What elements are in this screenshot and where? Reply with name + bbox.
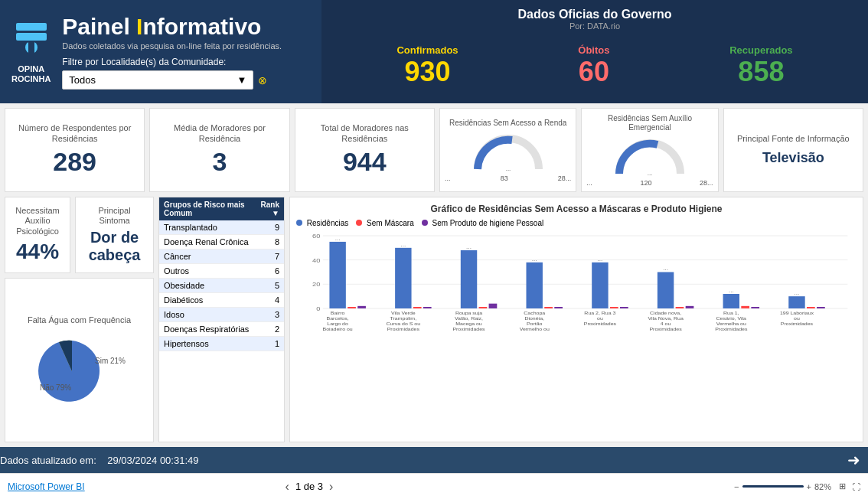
pie-card: Falta Água com Frequência Sim 21% Não 79… xyxy=(5,278,154,442)
deaths-label: Óbitos xyxy=(578,44,609,56)
nav-next-button[interactable]: › xyxy=(329,480,333,494)
legend-dot-mascara xyxy=(356,220,362,226)
psycho-symptom-row: Necessitam Auxílio Psicológico 44% Princ… xyxy=(5,197,154,273)
gov-panel: Dados Oficias do Governo Por: DATA.rio C… xyxy=(321,0,868,103)
risk-rank-cell: 9 xyxy=(256,220,284,235)
risk-group-cell: Câncer xyxy=(159,250,256,264)
svg-text:Vila VerdeTrampolim,Curva do S: Vila VerdeTrampolim,Curva do S ouProximi… xyxy=(387,310,421,331)
stat-moradores-value: 3 xyxy=(213,147,227,177)
svg-rect-30 xyxy=(544,307,553,308)
svg-rect-26 xyxy=(489,304,498,308)
gauge-auxilio-val1: 120 xyxy=(640,179,651,187)
nav-prev-button[interactable]: ‹ xyxy=(286,480,289,494)
svg-text:Cidade nova,Vila Nova, Rua4 ou: Cidade nova,Vila Nova, Rua4 ouProximidad… xyxy=(648,310,684,331)
svg-rect-14 xyxy=(329,242,345,308)
filter-row: Todos ▼ ⊗ xyxy=(62,70,310,90)
content-area: Número de Respondentes por Residências 2… xyxy=(0,103,868,447)
header-text: Painel Informativo Dados coletados via p… xyxy=(62,14,310,90)
psycho-value: 44% xyxy=(16,240,59,264)
stat-moradores: Média de Moradores por Residência 3 xyxy=(149,108,289,192)
chevron-down-icon: ▼ xyxy=(237,74,246,86)
confirmed-value: 930 xyxy=(396,56,458,88)
stat-total-moradores-value: 944 xyxy=(343,147,387,177)
svg-rect-45 xyxy=(741,306,749,308)
zoom-slider[interactable] xyxy=(742,485,804,488)
page-current: 1 xyxy=(295,481,301,492)
psycho-card: Necessitam Auxílio Psicológico 44% xyxy=(5,197,70,273)
svg-rect-29 xyxy=(526,263,542,308)
bar-chart-svg: 0204060...BairroBarcelos,Largo doBoiadei… xyxy=(296,232,857,347)
risk-table-body: Transplantado9Doença Renal Crônica8Cânce… xyxy=(159,220,284,351)
zoom-controls: − + 82% ⊞ ⛶ xyxy=(734,481,860,491)
svg-rect-41 xyxy=(686,306,694,308)
risk-rank-cell: 4 xyxy=(256,293,284,308)
gauge-renda-labels: ... 83 28... xyxy=(445,174,571,182)
risk-group-cell: Obesidade xyxy=(159,279,256,293)
filter-dropdown[interactable]: Todos ▼ xyxy=(62,70,253,90)
gov-stats: Confirmados 930 Óbitos 60 Recuperados 85… xyxy=(337,37,853,96)
svg-text:Rua 2, Rua 3ouProximidades: Rua 2, Rua 3ouProximidades xyxy=(584,310,617,325)
info-source-card: Principal Fonte de Informação Televisão xyxy=(723,108,863,192)
zoom-value: 82% xyxy=(814,482,831,491)
risk-table-row: Câncer7 xyxy=(159,250,284,264)
svg-rect-31 xyxy=(554,307,563,308)
svg-text:...: ... xyxy=(663,266,668,272)
deaths-value: 60 xyxy=(578,56,609,88)
svg-text:...: ... xyxy=(648,170,653,177)
filter-clear-icon[interactable]: ⊗ xyxy=(258,74,267,86)
svg-rect-40 xyxy=(676,307,684,308)
svg-rect-20 xyxy=(413,307,422,308)
bottom-bar: Microsoft Power BI ‹ 1 de 3 › − + 82% ⊞ … xyxy=(0,473,868,499)
svg-text:...: ... xyxy=(505,165,511,172)
logo-area: OPINA ROCINHA xyxy=(11,19,51,84)
zoom-reset-icon[interactable]: ⊞ xyxy=(839,481,846,491)
psycho-title: Necessitam Auxílio Psicológico xyxy=(11,206,64,236)
top-stats-row: Número de Respondentes por Residências 2… xyxy=(5,108,863,192)
svg-text:...: ... xyxy=(729,288,734,294)
footer-update-label: Dados atualizado em: xyxy=(0,455,96,466)
risk-group-cell: Doenças Respiratórias xyxy=(159,322,256,337)
svg-text:CachopaDionéia,PortãoVermelho : CachopaDionéia,PortãoVermelho ou xyxy=(520,310,550,331)
svg-text:20: 20 xyxy=(312,281,321,288)
left-column: Necessitam Auxílio Psicológico 44% Princ… xyxy=(5,197,154,442)
confirmed-label: Confirmados xyxy=(396,44,458,56)
risk-group-cell: Outros xyxy=(159,264,256,279)
chart-card: Gráfico de Residências Sem Acesso a Másc… xyxy=(289,197,863,442)
fullscreen-icon[interactable]: ⛶ xyxy=(852,482,860,491)
confirmed-stat: Confirmados 930 xyxy=(396,44,458,88)
svg-rect-51 xyxy=(817,307,825,308)
nao-label: Não 79% xyxy=(40,383,71,392)
filter-label: Filtre por Localidade(s) da Comunidade: xyxy=(62,57,310,67)
recovered-value: 858 xyxy=(729,56,792,88)
logo-text: OPINA ROCINHA xyxy=(11,64,51,84)
risk-group-cell: Hipertensos xyxy=(159,337,256,351)
gauge-auxilio-label1: ... xyxy=(586,179,592,187)
svg-text:199 LaboriauxouProximidades: 199 LaboriauxouProximidades xyxy=(780,310,814,325)
title-highlight: I xyxy=(136,14,142,39)
risk-table-row: Outros6 xyxy=(159,264,284,279)
page-indicator: 1 de 3 xyxy=(295,481,323,492)
page-total: 3 xyxy=(318,481,323,492)
risk-rank-cell: 8 xyxy=(256,235,284,250)
info-source-title: Principal Fonte de Informação xyxy=(737,134,850,144)
zoom-minus-icon[interactable]: − xyxy=(734,482,739,491)
legend-produto: Sem Produto de higiene Pessoal xyxy=(422,219,543,227)
risk-table-row: Doenças Respiratórias2 xyxy=(159,322,284,337)
footer-arrow-icon[interactable]: ➜ xyxy=(847,451,860,469)
svg-rect-19 xyxy=(395,248,411,308)
svg-rect-46 xyxy=(751,307,759,308)
gauge-auxilio-title: Residências Sem Auxílio Emergencial xyxy=(586,114,713,132)
svg-text:BairroBarcelos,Largo doBoiadei: BairroBarcelos,Largo doBoiadeiro ou xyxy=(323,310,354,331)
footer-label: Dados atualizado em: 29/03/2024 00:31:49 xyxy=(0,455,198,466)
risk-table-row: Transplantado9 xyxy=(159,220,284,235)
svg-rect-0 xyxy=(16,23,47,31)
pbi-link[interactable]: Microsoft Power BI xyxy=(8,481,85,492)
gauge-auxilio-svg: ... xyxy=(612,135,688,178)
header: OPINA ROCINHA Painel Informativo Dados c… xyxy=(0,0,868,103)
risk-col1-header: Grupos de Risco mais Comum xyxy=(159,197,256,220)
risk-rank-cell: 2 xyxy=(256,322,284,337)
zoom-plus-icon[interactable]: + xyxy=(807,482,811,491)
svg-text:Roupa sujaValão, Raiz,Macega o: Roupa sujaValão, Raiz,Macega ouProximida… xyxy=(452,310,485,331)
deaths-stat: Óbitos 60 xyxy=(578,44,609,88)
svg-rect-21 xyxy=(423,307,432,308)
